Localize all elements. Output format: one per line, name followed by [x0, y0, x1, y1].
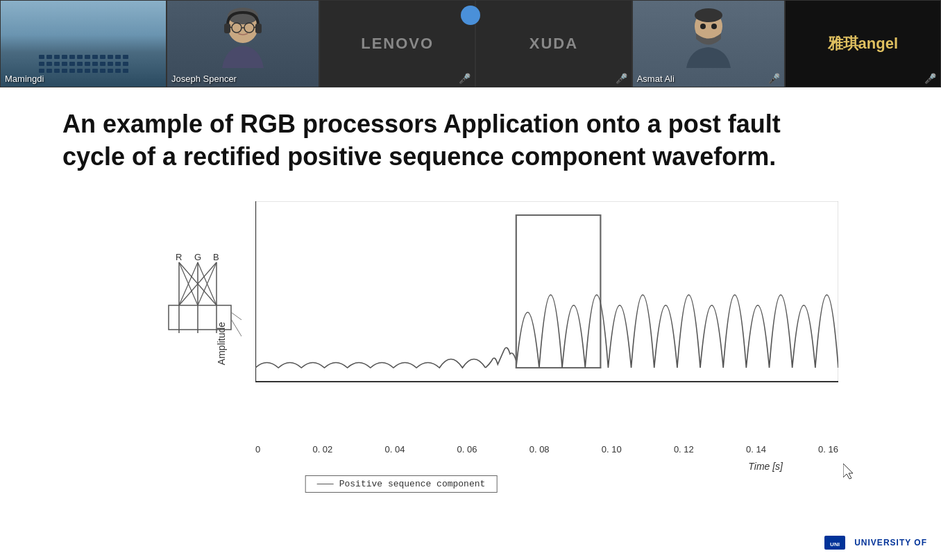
participant-tile-joseph[interactable]: Joseph Spencer: [167, 0, 319, 87]
x-tick-0: 0: [255, 444, 260, 455]
rgb-diagram: R G B: [158, 250, 241, 402]
x-tick-008: 0. 08: [529, 444, 550, 455]
participant-tile-mamingdi[interactable]: Mamingdi: [0, 0, 167, 87]
svg-rect-3: [255, 24, 262, 33]
svg-point-11: [700, 24, 706, 29]
svg-rect-28: [255, 201, 838, 382]
x-tick-010: 0. 10: [602, 444, 622, 455]
participant-tile-xuda[interactable]: XUDA 🎤: [475, 0, 631, 87]
chart-legend: Positive sequence component: [305, 475, 498, 493]
svg-point-12: [711, 24, 717, 29]
participant-bar: Mamingdi: [0, 0, 941, 87]
participant-tile-lenovo[interactable]: LENOVO 🎤: [319, 0, 475, 87]
slide-content: An example of RGB processors Application…: [0, 87, 941, 560]
svg-text:B: B: [213, 252, 219, 262]
x-tick-014: 0. 14: [746, 444, 766, 455]
svg-rect-2: [224, 24, 230, 33]
legend-label: Positive sequence component: [339, 479, 486, 489]
x-tick-016: 0. 16: [818, 444, 838, 455]
svg-point-10: [695, 8, 722, 22]
university-name: UNIVERSITY OF: [854, 538, 927, 548]
participant-name-angel: 雅琪angel: [828, 33, 898, 54]
svg-line-26: [231, 312, 241, 340]
svg-rect-25: [169, 305, 231, 330]
waveform-chart: [255, 201, 838, 409]
participant-name-xuda: XUDA: [529, 35, 578, 53]
university-logo: UNI UNIVERSITY OF: [821, 532, 927, 553]
x-tick-002: 0. 02: [312, 444, 332, 455]
svg-text:G: G: [194, 252, 201, 262]
mic-muted-icon-asmat: 🎤: [768, 73, 780, 84]
mic-muted-icon-lenovo: 🎤: [459, 73, 470, 84]
participant-name-joseph: Joseph Spencer: [171, 74, 237, 84]
slide-title: An example of RGB processors Application…: [62, 108, 791, 173]
x-axis-labels: 0 0. 02 0. 04 0. 06 0. 08 0. 10 0. 12 0.…: [255, 444, 838, 455]
svg-text:UNI: UNI: [830, 541, 840, 548]
participant-name-lenovo: LENOVO: [361, 35, 434, 53]
participant-name-mamingdi: Mamingdi: [5, 74, 44, 84]
svg-line-27: [231, 319, 241, 382]
participant-tile-asmat[interactable]: Asmat Ali 🎤: [632, 0, 785, 87]
svg-text:R: R: [176, 252, 182, 262]
x-axis-title: Time [s]: [748, 461, 783, 472]
mic-muted-icon-xuda: 🎤: [616, 73, 627, 84]
chart-container: Amplitude R G B: [158, 194, 783, 493]
x-tick-012: 0. 12: [674, 444, 694, 455]
x-tick-006: 0. 06: [457, 444, 477, 455]
x-tick-004: 0. 04: [385, 444, 405, 455]
participant-name-asmat: Asmat Ali: [637, 74, 675, 84]
legend-line-symbol: [317, 484, 334, 484]
center-action-button[interactable]: [461, 6, 480, 25]
participant-tile-angel[interactable]: 雅琪angel 🎤: [785, 0, 941, 87]
mic-muted-icon-angel: 🎤: [924, 73, 936, 84]
